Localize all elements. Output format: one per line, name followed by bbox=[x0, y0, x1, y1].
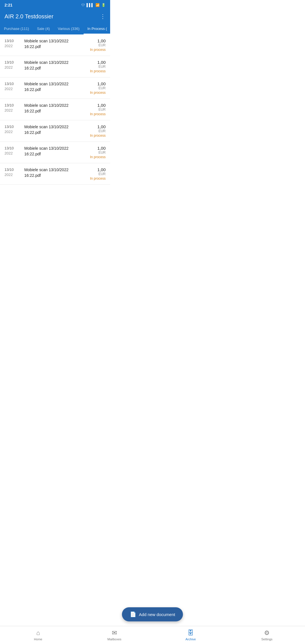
item-name: Mobiele scan 13/10/2022 16:22.pdf bbox=[21, 60, 86, 71]
item-amount: 1,00 EUR In process bbox=[86, 124, 106, 138]
item-date: 13/10 2022 bbox=[5, 38, 21, 49]
wifi-icon: 📶 bbox=[95, 3, 100, 7]
item-date: 13/10 2022 bbox=[5, 124, 21, 134]
list-item[interactable]: 13/10 2022 Mobiele scan 13/10/2022 16:22… bbox=[0, 163, 110, 185]
shield-icon: 🛡 bbox=[81, 3, 85, 7]
item-amount: 1,00 EUR In process bbox=[86, 167, 106, 180]
item-name: Mobiele scan 13/10/2022 16:22.pdf bbox=[21, 146, 86, 157]
content-wrapper: 13/10 2022 Mobiele scan 13/10/2022 16:22… bbox=[0, 34, 110, 224]
item-name: Mobiele scan 13/10/2022 16:22.pdf bbox=[21, 167, 86, 178]
item-date: 13/10 2022 bbox=[5, 81, 21, 92]
item-amount: 1,00 EUR In process bbox=[86, 60, 106, 73]
tabs: Purchase (111) Sale (4) Various (336) In… bbox=[0, 24, 110, 34]
nav-home[interactable]: ⌂ Home bbox=[0, 626, 76, 644]
item-name: Mobiele scan 13/10/2022 16:22.pdf bbox=[21, 81, 86, 92]
battery-icon: 🔋 bbox=[101, 3, 106, 7]
tab-inprocess[interactable]: In Process ( bbox=[84, 24, 110, 34]
nav-mailboxes-label: Mailboxes bbox=[107, 638, 110, 641]
list-item[interactable]: 13/10 2022 Mobiele scan 13/10/2022 16:22… bbox=[0, 142, 110, 163]
item-amount: 1,00 EUR In process bbox=[86, 103, 106, 116]
nav-home-label: Home bbox=[34, 638, 42, 641]
item-name: Mobiele scan 13/10/2022 16:22.pdf bbox=[21, 124, 86, 135]
header: AIR 2.0 Testdossier ⋮ bbox=[0, 10, 110, 24]
tab-sale[interactable]: Sale (4) bbox=[33, 24, 54, 34]
item-amount: 1,00 EUR In process bbox=[86, 38, 106, 52]
document-list: 13/10 2022 Mobiele scan 13/10/2022 16:22… bbox=[0, 34, 110, 185]
list-item[interactable]: 13/10 2022 Mobiele scan 13/10/2022 16:22… bbox=[0, 34, 110, 56]
nav-mailboxes[interactable]: ✉ Mailboxes bbox=[76, 626, 110, 644]
item-date: 13/10 2022 bbox=[5, 146, 21, 156]
item-amount: 1,00 EUR In process bbox=[86, 146, 106, 159]
more-vert-icon[interactable]: ⋮ bbox=[100, 13, 106, 20]
item-date: 13/10 2022 bbox=[5, 167, 21, 177]
item-name: Mobiele scan 13/10/2022 16:22.pdf bbox=[21, 103, 86, 114]
tab-various[interactable]: Various (336) bbox=[54, 24, 83, 34]
list-item[interactable]: 13/10 2022 Mobiele scan 13/10/2022 16:22… bbox=[0, 120, 110, 142]
status-bar: 2:21 🛡 ▌▌▌ 📶 🔋 bbox=[0, 0, 110, 10]
list-item[interactable]: 13/10 2022 Mobiele scan 13/10/2022 16:22… bbox=[0, 56, 110, 77]
item-date: 13/10 2022 bbox=[5, 103, 21, 113]
signal-icon: ▌▌▌ bbox=[86, 3, 94, 7]
bottom-nav: ⌂ Home ✉ Mailboxes 🗄 Archive ⚙ Settings bbox=[0, 626, 110, 644]
header-title: AIR 2.0 Testdossier bbox=[5, 13, 53, 20]
home-icon: ⌂ bbox=[36, 629, 40, 637]
tab-purchase[interactable]: Purchase (111) bbox=[0, 24, 33, 34]
status-time: 2:21 bbox=[5, 3, 12, 7]
item-date: 13/10 2022 bbox=[5, 60, 21, 70]
item-amount: 1,00 EUR In process bbox=[86, 81, 106, 95]
list-item[interactable]: 13/10 2022 Mobiele scan 13/10/2022 16:22… bbox=[0, 77, 110, 99]
item-name: Mobiele scan 13/10/2022 16:22.pdf bbox=[21, 38, 86, 49]
status-icons: 🛡 ▌▌▌ 📶 🔋 bbox=[81, 3, 106, 7]
list-item[interactable]: 13/10 2022 Mobiele scan 13/10/2022 16:22… bbox=[0, 99, 110, 120]
